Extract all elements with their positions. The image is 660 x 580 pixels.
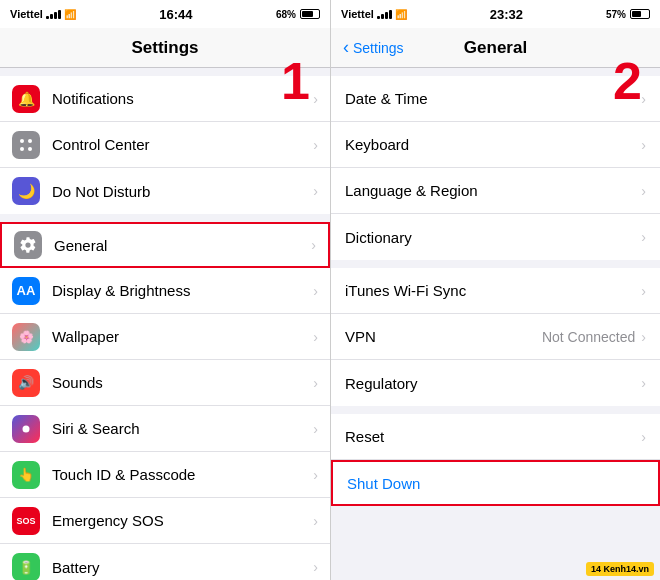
watermark: 14 Kenh14.vn — [586, 562, 654, 576]
left-battery-icon — [300, 9, 320, 19]
general-item-language[interactable]: Language & Region › — [331, 168, 660, 214]
svg-point-1 — [28, 139, 32, 143]
general-label: General — [54, 237, 311, 254]
dictionary-label: Dictionary — [345, 229, 641, 246]
general-chevron: › — [311, 237, 316, 253]
date-time-label: Date & Time — [345, 90, 641, 107]
right-status-right: 57% — [606, 9, 650, 20]
settings-group-2: General › AA Display & Brightness › 🌸 Wa… — [0, 222, 330, 580]
left-wifi-icon: 📶 — [64, 9, 76, 20]
r-signal-bar-4 — [389, 10, 392, 19]
left-phone-panel: Viettel 📶 16:44 68% Settings 1 — [0, 0, 330, 580]
general-item-shutdown[interactable]: Shut Down — [331, 460, 660, 506]
settings-item-touch-id[interactable]: 👆 Touch ID & Passcode › — [0, 452, 330, 498]
general-item-keyboard[interactable]: Keyboard › — [331, 122, 660, 168]
display-label: Display & Brightness — [52, 282, 313, 299]
right-status-bar: Viettel 📶 23:32 57% — [331, 0, 660, 28]
r-signal-bar-2 — [381, 14, 384, 19]
right-time: 23:32 — [490, 7, 523, 22]
vpn-chevron: › — [641, 329, 646, 345]
signal-bar-3 — [54, 12, 57, 19]
r-signal-bar-1 — [377, 16, 380, 19]
left-nav-title: Settings — [131, 38, 198, 58]
notifications-icon: 🔔 — [12, 85, 40, 113]
battery-chevron: › — [313, 559, 318, 575]
settings-item-siri[interactable]: Siri & Search › — [0, 406, 330, 452]
wallpaper-label: Wallpaper — [52, 328, 313, 345]
left-settings-list: 🔔 Notifications › Control Center › 🌙 Do … — [0, 68, 330, 580]
general-item-date-time[interactable]: Date & Time › — [331, 76, 660, 122]
svg-point-2 — [20, 147, 24, 151]
itunes-chevron: › — [641, 283, 646, 299]
date-time-chevron: › — [641, 91, 646, 107]
settings-item-do-not-disturb[interactable]: 🌙 Do Not Disturb › — [0, 168, 330, 214]
svg-point-0 — [20, 139, 24, 143]
wallpaper-icon: 🌸 — [12, 323, 40, 351]
right-status-left: Viettel 📶 — [341, 8, 407, 20]
control-center-label: Control Center — [52, 136, 313, 153]
right-nav-title: General — [464, 38, 527, 58]
settings-item-wallpaper[interactable]: 🌸 Wallpaper › — [0, 314, 330, 360]
left-carrier: Viettel — [10, 8, 43, 20]
right-signal — [377, 10, 392, 19]
notifications-chevron: › — [313, 91, 318, 107]
general-item-reset[interactable]: Reset › — [331, 414, 660, 460]
touch-id-chevron: › — [313, 467, 318, 483]
svg-point-3 — [28, 147, 32, 151]
do-not-disturb-icon: 🌙 — [12, 177, 40, 205]
battery-settings-icon: 🔋 — [12, 553, 40, 580]
siri-svg — [19, 422, 33, 436]
keyboard-label: Keyboard — [345, 136, 641, 153]
vpn-value: Not Connected — [542, 329, 635, 345]
settings-item-sounds[interactable]: 🔊 Sounds › — [0, 360, 330, 406]
sounds-label: Sounds — [52, 374, 313, 391]
touch-id-icon: 👆 — [12, 461, 40, 489]
left-signal — [46, 10, 61, 19]
general-section-2: iTunes Wi-Fi Sync › VPN Not Connected › … — [331, 268, 660, 406]
shutdown-label: Shut Down — [347, 475, 644, 492]
signal-bar-1 — [46, 16, 49, 19]
general-item-itunes[interactable]: iTunes Wi-Fi Sync › — [331, 268, 660, 314]
notifications-label: Notifications — [52, 90, 313, 107]
dnd-icon-char: 🌙 — [18, 183, 35, 199]
right-phone-panel: Viettel 📶 23:32 57% ‹ Settings General 2 — [330, 0, 660, 580]
right-step-number: 2 — [613, 55, 642, 107]
wallpaper-chevron: › — [313, 329, 318, 345]
left-battery-pct: 68% — [276, 9, 296, 20]
notifications-icon-char: 🔔 — [18, 91, 35, 107]
settings-item-general[interactable]: General › — [0, 222, 330, 268]
nav-back-button[interactable]: ‹ Settings — [343, 37, 404, 58]
language-label: Language & Region — [345, 182, 641, 199]
general-item-vpn[interactable]: VPN Not Connected › — [331, 314, 660, 360]
settings-item-battery[interactable]: 🔋 Battery › — [0, 544, 330, 580]
control-center-chevron: › — [313, 137, 318, 153]
language-chevron: › — [641, 183, 646, 199]
left-status-bar: Viettel 📶 16:44 68% — [0, 0, 330, 28]
back-label: Settings — [353, 40, 404, 56]
battery-label: Battery — [52, 559, 313, 576]
vpn-label: VPN — [345, 328, 542, 345]
siri-icon — [12, 415, 40, 443]
sounds-chevron: › — [313, 375, 318, 391]
keyboard-chevron: › — [641, 137, 646, 153]
do-not-disturb-label: Do Not Disturb — [52, 183, 313, 200]
general-item-regulatory[interactable]: Regulatory › — [331, 360, 660, 406]
signal-bar-4 — [58, 10, 61, 19]
general-settings-list: Date & Time › Keyboard › Language & Regi… — [331, 68, 660, 580]
settings-item-emergency-sos[interactable]: SOS Emergency SOS › — [0, 498, 330, 544]
settings-item-control-center[interactable]: Control Center › — [0, 122, 330, 168]
left-step-number: 1 — [281, 55, 310, 107]
control-center-icon — [12, 131, 40, 159]
svg-point-4 — [23, 425, 30, 432]
general-section-3: Reset › Shut Down — [331, 414, 660, 506]
settings-item-display[interactable]: AA Display & Brightness › — [0, 268, 330, 314]
right-battery-icon — [630, 9, 650, 19]
siri-chevron: › — [313, 421, 318, 437]
right-nav-bar: ‹ Settings General — [331, 28, 660, 68]
emergency-sos-chevron: › — [313, 513, 318, 529]
itunes-label: iTunes Wi-Fi Sync — [345, 282, 641, 299]
general-item-dictionary[interactable]: Dictionary › — [331, 214, 660, 260]
signal-bar-2 — [50, 14, 53, 19]
right-battery-fill — [632, 11, 641, 17]
do-not-disturb-chevron: › — [313, 183, 318, 199]
